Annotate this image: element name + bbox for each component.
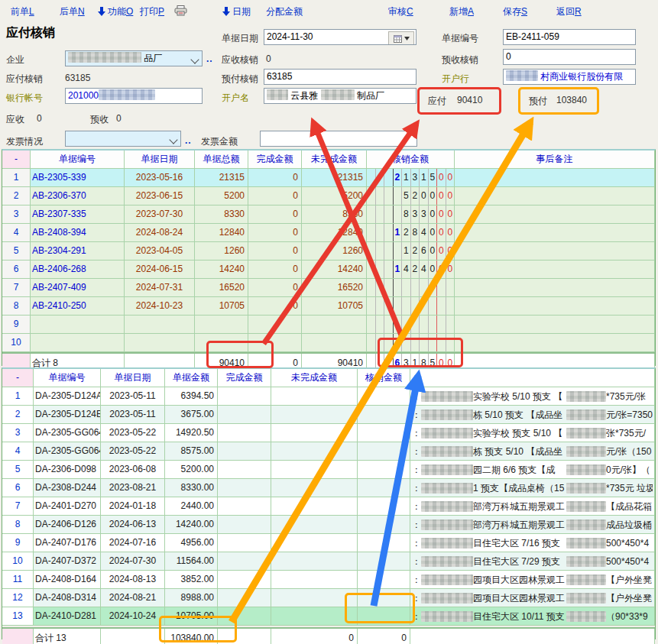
row-number[interactable]: 8	[2, 516, 34, 533]
table-row[interactable]: 3AB-2307-3352023-07-30833008330833000	[2, 205, 655, 224]
table-row[interactable]: 13DA-2410-D2812024-10-2410705.00：目住宅大区 1…	[2, 607, 655, 626]
column-header[interactable]: 核销金额	[367, 150, 455, 168]
column-header[interactable]: -	[2, 150, 31, 168]
row-number[interactable]: 2	[2, 187, 31, 205]
writeoff-amount-cell[interactable]	[358, 424, 410, 442]
writeoff-amount-cell[interactable]	[358, 534, 410, 552]
column-header[interactable]: 单据日期	[101, 369, 165, 387]
toolbar-item-prev-doc[interactable]: 前单L	[11, 5, 34, 18]
enterprise-more-button[interactable]: ..	[206, 53, 213, 64]
writeoff-amount-cell[interactable]	[358, 406, 410, 423]
column-header[interactable]: 单据编号	[34, 369, 101, 387]
writeoff-amount-cell[interactable]	[358, 461, 410, 478]
writeoff-amount-cell[interactable]	[358, 552, 410, 570]
doc-date-input[interactable]: 2024-11-30	[264, 29, 417, 45]
row-number[interactable]: 7	[2, 497, 34, 515]
writeoff-amount-cell[interactable]	[358, 516, 410, 533]
table-row[interactable]: 4AB-2408-3942024-08-24128400128401284000	[2, 224, 655, 242]
bank-account-input[interactable]: 201000	[65, 88, 203, 104]
note-cell[interactable]	[455, 169, 655, 186]
column-header[interactable]: 未完成金额	[271, 369, 358, 387]
table-row[interactable]: 10DA-2407-D3722024-07-3011564.00：目住宅大区 7…	[2, 552, 655, 571]
column-header[interactable]: 完成金额	[248, 150, 302, 168]
enterprise-select[interactable]: 品厂	[65, 50, 203, 66]
row-number[interactable]: 5	[2, 242, 31, 260]
column-header[interactable]: 单据总额	[195, 150, 248, 168]
column-header[interactable]: 完成金额	[218, 369, 271, 387]
table-row[interactable]: 6AB-2406-2682024-06-15142400142401424000	[2, 261, 655, 279]
table-row[interactable]: 12DA-2408-D3142024-08-218988.00：园项目大区园林景…	[2, 589, 655, 607]
writeoff-amount-cell[interactable]	[358, 607, 410, 625]
toolbar-item-printer[interactable]	[174, 5, 190, 17]
row-number[interactable]: 3	[2, 424, 34, 442]
column-header[interactable]: 单据日期	[125, 150, 195, 168]
column-header[interactable]: 单据编号	[31, 150, 125, 168]
table-row[interactable]: 5AB-2304-2912023-04-05126001260126000	[2, 242, 655, 261]
note-cell[interactable]	[455, 205, 655, 223]
writeoff-amount-cell[interactable]	[358, 442, 410, 460]
doc-number-input[interactable]	[503, 29, 636, 45]
toolbar-item-add-new[interactable]: 新增A	[449, 5, 474, 18]
column-header[interactable]: -	[2, 369, 34, 387]
table-row[interactable]: 9DA-2407-D1762024-07-164956.00：目住宅大区 7/1…	[2, 534, 655, 552]
row-number[interactable]: 1	[2, 169, 31, 186]
pre-receipt-writeoff-input[interactable]	[503, 49, 636, 65]
table-row[interactable]: 5DA-2306-D0982023-06-085200.00：园二期 6/6 预…	[2, 461, 655, 479]
toolbar-item-audit[interactable]: 审核C	[388, 5, 413, 18]
column-header[interactable]: 核销金额	[358, 369, 410, 387]
note-cell[interactable]	[455, 242, 655, 260]
row-number[interactable]: 12	[2, 589, 34, 607]
table-row[interactable]: 7DA-2401-D2702024-01-182440.00：部湾万科城五期景观…	[2, 497, 655, 516]
row-number[interactable]: 11	[2, 571, 34, 588]
row-number[interactable]: 10	[2, 334, 31, 351]
table-row[interactable]: 1AB-2305-3392023-05-16213150213152131500	[2, 169, 655, 187]
row-number[interactable]: 1	[2, 387, 34, 405]
note-cell[interactable]	[455, 279, 655, 296]
invoice-amount-input[interactable]	[260, 131, 417, 147]
row-number[interactable]: 9	[2, 316, 31, 333]
table-row[interactable]: 11DA-2408-D1642024-08-133852.00：园项目大区园林景…	[2, 571, 655, 589]
writeoff-amount-cell[interactable]	[358, 387, 410, 405]
table-row[interactable]: 9	[2, 316, 655, 334]
note-cell[interactable]	[455, 187, 655, 205]
prepay-writeoff-input[interactable]	[264, 69, 417, 85]
toolbar-item-back[interactable]: 返回R	[556, 5, 582, 18]
table-row[interactable]: 6DA-2308-D2442023-08-218330.00：1 预支【成品桌椅…	[2, 479, 655, 497]
toolbar-item-allocate-amount[interactable]: 分配金额	[266, 5, 303, 18]
writeoff-amount-cell[interactable]	[358, 479, 410, 497]
table-row[interactable]: 1DA-2305-D124A2023-05-116394.50：实验学校 5/1…	[2, 387, 655, 406]
column-header[interactable]: 单据金额	[165, 369, 218, 387]
note-cell[interactable]	[455, 297, 655, 315]
invoice-status-select[interactable]	[65, 131, 181, 147]
row-number[interactable]: 4	[2, 442, 34, 460]
writeoff-amount-cell[interactable]	[358, 589, 410, 607]
column-header[interactable]: 未完成金额	[302, 150, 367, 168]
toolbar-item-next-doc[interactable]: 后单N	[60, 5, 85, 18]
toolbar-item-functions[interactable]: 功能O	[98, 5, 133, 18]
table-row[interactable]: 10	[2, 334, 655, 352]
row-number[interactable]: 6	[2, 261, 31, 278]
row-number[interactable]: 6	[2, 479, 34, 497]
table-row[interactable]: 2DA-2305-D124B2023-05-113675.00：栋 5/10 预…	[2, 406, 655, 424]
table-row[interactable]: 7AB-2407-4092024-07-3116520016520	[2, 279, 655, 297]
note-cell[interactable]	[455, 224, 655, 241]
toolbar-item-save[interactable]: 保存S	[503, 5, 527, 18]
row-number[interactable]: 13	[2, 607, 34, 625]
account-name-input[interactable]: 云县雅 制品厂	[264, 88, 417, 104]
toolbar-item-print[interactable]: 打印P	[140, 5, 164, 18]
table-row[interactable]: 2AB-2306-3702023-06-15520005200520000	[2, 187, 655, 205]
table-row[interactable]: 8AB-2410-2502024-10-2310705010705	[2, 297, 655, 316]
note-cell[interactable]	[455, 316, 655, 333]
row-number[interactable]: 7	[2, 279, 31, 296]
note-cell[interactable]	[455, 261, 655, 278]
row-number[interactable]: 4	[2, 224, 31, 241]
calendar-icon[interactable]	[388, 31, 414, 45]
row-number[interactable]: 10	[2, 552, 34, 570]
row-number[interactable]: 8	[2, 297, 31, 315]
row-number[interactable]: 3	[2, 205, 31, 223]
writeoff-amount-cell[interactable]	[358, 571, 410, 588]
note-cell[interactable]	[455, 334, 655, 351]
bank-branch-input[interactable]: 村商业银行股份有限	[503, 69, 636, 85]
row-number[interactable]: 2	[2, 406, 34, 423]
toolbar-item-date[interactable]: 日期	[222, 5, 251, 18]
